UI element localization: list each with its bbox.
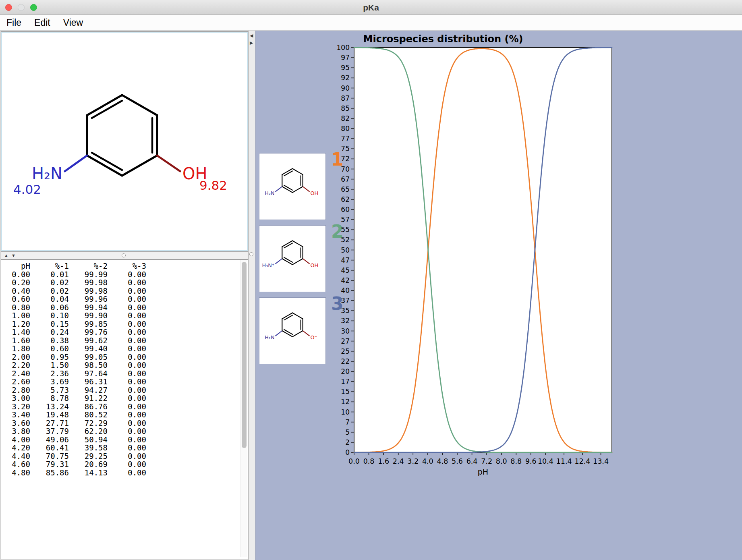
table-cell: 0.40: [1, 287, 32, 295]
collapse-left-icon[interactable]: ◀: [250, 33, 253, 39]
table-row[interactable]: 2.805.7394.270.00: [1, 386, 248, 394]
table-cell: 0.00: [109, 444, 148, 452]
split-divider-vertical[interactable]: ◀ ▶: [248, 31, 255, 560]
table-cell: 0.00: [109, 336, 148, 345]
y-tick-label: 45: [341, 266, 350, 274]
thumb-amine-label: H₂N: [265, 334, 274, 340]
table-cell: 0.00: [1, 270, 32, 279]
y-tick-label: 70: [341, 165, 350, 173]
table-row[interactable]: 3.6027.7172.290.00: [1, 419, 248, 427]
table-cell: 0.95: [32, 353, 70, 361]
table-cell: 2.20: [1, 361, 32, 369]
hydroxyl-bond: [157, 156, 180, 171]
x-tick-label: 11.4: [556, 457, 572, 465]
y-tick-label: 60: [341, 205, 350, 214]
table-cell: 0.80: [1, 303, 32, 312]
thumb-amine-label: H₂N: [265, 190, 274, 196]
zoom-button[interactable]: [30, 4, 37, 11]
table-row[interactable]: 4.6079.3120.690.00: [1, 460, 248, 469]
table-row[interactable]: 0.000.0199.990.00: [1, 270, 248, 279]
structure-canvas[interactable]: H₂N OH 4.02 9.82: [1, 31, 248, 251]
hydroxyl-pka-value: 9.82: [199, 178, 227, 193]
table-cell: 99.99: [70, 270, 109, 279]
table-scrollbar-thumb[interactable]: [242, 262, 247, 448]
x-tick-label: 0.8: [363, 457, 375, 465]
table-row[interactable]: 3.008.7891.220.00: [1, 394, 248, 402]
y-tick-label: 47: [341, 256, 350, 264]
table-cell: 2.00: [1, 353, 32, 361]
amine-pka-value: 4.02: [13, 182, 41, 197]
table-row[interactable]: 1.400.2499.760.00: [1, 328, 248, 336]
chart-panel: Microspecies distribution (%) H₂N: [255, 31, 742, 560]
y-tick-label: 57: [341, 216, 350, 224]
menu-edit[interactable]: Edit: [34, 17, 50, 28]
amine-group-label: H₂N: [32, 164, 62, 183]
table-row[interactable]: 0.400.0299.980.00: [1, 287, 248, 295]
y-tick-label: 0: [345, 448, 350, 456]
table-row[interactable]: 2.402.3697.640.00: [1, 369, 248, 378]
menu-file[interactable]: File: [6, 17, 21, 28]
table-cell: 0.00: [109, 303, 148, 312]
table-cell: 0.00: [109, 419, 148, 427]
close-button[interactable]: [5, 4, 12, 11]
table-cell: 0.60: [32, 344, 70, 353]
collapse-down-icon[interactable]: ▼: [11, 253, 16, 259]
y-tick-label: 90: [341, 84, 350, 92]
y-tick-label: 67: [341, 175, 350, 183]
split-divider-horizontal[interactable]: ▲ ▼: [1, 251, 248, 259]
x-tick-label: 3.2: [407, 457, 419, 465]
collapse-up-icon[interactable]: ▲: [4, 253, 8, 259]
thumb-amine-bond: [276, 259, 282, 264]
minimize-button[interactable]: [18, 4, 25, 11]
table-cell: 85.86: [32, 469, 70, 477]
table-cell: 0.00: [109, 361, 148, 369]
vertical-divider-knob[interactable]: [249, 252, 253, 256]
table-scrollbar[interactable]: [240, 260, 247, 557]
y-tick-label: 77: [341, 135, 350, 143]
y-tick-label: 85: [341, 104, 350, 112]
table-cell: 0.00: [109, 460, 148, 469]
table-cell: 3.00: [1, 394, 32, 402]
table-cell: 0.00: [109, 287, 148, 295]
y-tick-label: 5: [345, 428, 350, 436]
y-tick-label: 52: [341, 236, 350, 244]
table-row[interactable]: 4.4070.7529.250.00: [1, 452, 248, 460]
table-row[interactable]: 4.8085.8614.130.00: [1, 469, 248, 477]
y-tick-label: 82: [341, 114, 350, 122]
table-row[interactable]: 4.0049.0650.940.00: [1, 436, 248, 444]
table-row[interactable]: 0.600.0499.960.00: [1, 295, 248, 303]
table-cell: 3.20: [1, 402, 32, 411]
table-row[interactable]: 4.2060.4139.580.00: [1, 444, 248, 452]
x-tick-label: 2.4: [393, 457, 404, 465]
table-cell: 2.80: [1, 386, 32, 394]
y-tick-label: 62: [341, 195, 350, 203]
table-row[interactable]: 0.800.0699.940.00: [1, 303, 248, 312]
table-cell: 99.85: [70, 320, 109, 328]
table-row[interactable]: 3.4019.4880.520.00: [1, 411, 248, 419]
table-row[interactable]: 3.8037.7962.200.00: [1, 427, 248, 436]
thumb-oxy-bond: [303, 187, 310, 192]
menu-view[interactable]: View: [63, 17, 83, 28]
table-row[interactable]: 1.600.3899.620.00: [1, 336, 248, 345]
table-row[interactable]: 2.201.5098.500.00: [1, 361, 248, 369]
y-tick-label: 92: [341, 74, 350, 82]
table-row[interactable]: 1.000.1099.900.00: [1, 311, 248, 320]
table-row[interactable]: 2.000.9599.050.00: [1, 353, 248, 361]
table-cell: 97.64: [70, 369, 109, 378]
table-row[interactable]: 3.2013.2486.760.00: [1, 402, 248, 411]
table-row[interactable]: 1.200.1599.850.00: [1, 320, 248, 328]
microspecies-table: pH %-1 %-2 %-3 0.000.0199.990.000.200.02…: [1, 259, 248, 559]
x-tick-label: 13.4: [593, 457, 609, 465]
table-row[interactable]: 1.800.6099.400.00: [1, 344, 248, 353]
table-cell: 0.00: [109, 436, 148, 444]
table-cell: 0.00: [109, 344, 148, 353]
y-tick-label: 95: [341, 64, 350, 72]
table-row[interactable]: 0.200.0299.980.00: [1, 278, 248, 287]
table-cell: 70.75: [32, 452, 70, 460]
molecule-3-aminophenol: H₂N OH 4.02 9.82: [1, 32, 248, 251]
collapse-right-icon[interactable]: ▶: [250, 40, 253, 46]
table-row[interactable]: 2.603.6996.310.00: [1, 377, 248, 386]
table-cell: 1.00: [1, 311, 32, 320]
y-tick-label: 100: [337, 44, 350, 52]
divider-knob[interactable]: [122, 253, 126, 257]
